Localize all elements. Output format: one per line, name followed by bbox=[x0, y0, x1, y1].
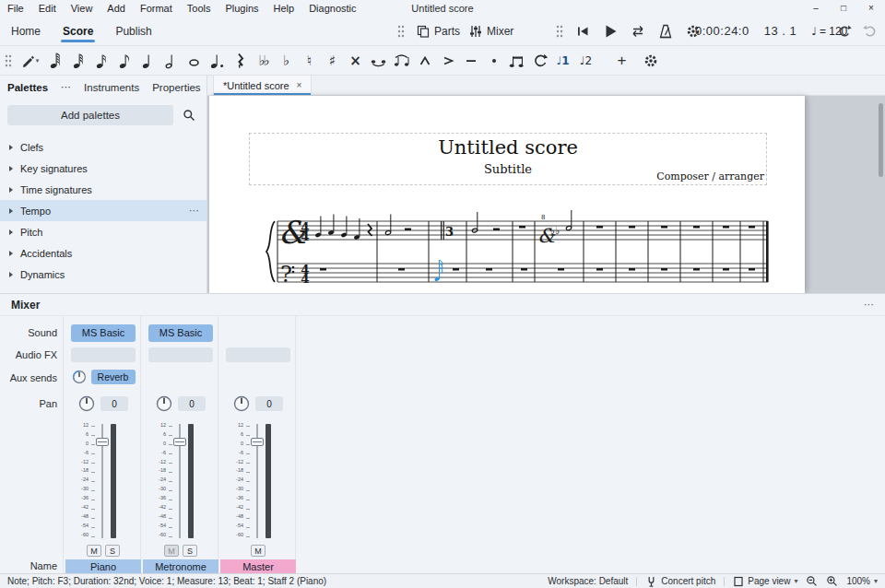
fader-handle[interactable] bbox=[173, 438, 186, 446]
note-16th-button[interactable] bbox=[90, 49, 113, 73]
menu-item[interactable]: File bbox=[0, 0, 31, 17]
note-32nd-button[interactable] bbox=[67, 49, 90, 73]
reverb-button[interactable]: Reverb bbox=[91, 370, 136, 384]
menu-item[interactable]: Format bbox=[133, 0, 180, 17]
selected-note[interactable] bbox=[434, 260, 442, 282]
tab-score[interactable]: Score bbox=[52, 17, 104, 45]
menu-item[interactable]: Plugins bbox=[218, 0, 266, 17]
time-signature[interactable]: 44 44 bbox=[301, 219, 309, 286]
vertical-scrollbar[interactable] bbox=[879, 103, 883, 177]
score-title[interactable]: Untitled score bbox=[250, 136, 766, 159]
sound-select-metronome[interactable]: MS Basic bbox=[148, 324, 213, 342]
tab-home[interactable]: Home bbox=[0, 17, 52, 45]
search-palettes-button[interactable] bbox=[179, 105, 199, 125]
minimize-button[interactable]: – bbox=[802, 0, 830, 17]
marcato-button[interactable] bbox=[413, 49, 436, 73]
view-mode-select[interactable]: Page view ▾ bbox=[733, 576, 797, 587]
zoom-in-button[interactable] bbox=[826, 575, 838, 587]
palette-item-key-signatures[interactable]: Key signatures bbox=[0, 158, 206, 179]
augmentation-dot-button[interactable] bbox=[206, 49, 229, 73]
close-button[interactable]: × bbox=[857, 0, 885, 17]
palette-item-pitch[interactable]: Pitch bbox=[0, 221, 206, 242]
sharp-button[interactable]: ♯ bbox=[321, 49, 344, 73]
pan-value-metronome[interactable]: 0 bbox=[178, 396, 206, 411]
parts-button[interactable]: Parts bbox=[417, 25, 460, 38]
score-page[interactable]: Untitled score Subtitle Composer / arran… bbox=[209, 96, 805, 293]
add-palettes-button[interactable]: Add palettes bbox=[7, 105, 173, 125]
tab-publish[interactable]: Publish bbox=[104, 17, 162, 45]
audio-fx-slot[interactable] bbox=[148, 347, 213, 362]
key-signature-icon[interactable]: ♭♭ bbox=[550, 225, 560, 237]
palette-item-menu-button[interactable]: ⋯ bbox=[189, 205, 199, 217]
staccato-button[interactable] bbox=[482, 49, 505, 73]
note-toolbar-drag-handle-icon[interactable] bbox=[2, 49, 15, 73]
note-input-button[interactable]: ▾ bbox=[15, 49, 44, 73]
customize-toolbar-button[interactable] bbox=[639, 49, 662, 73]
bass-clef-icon[interactable]: ? bbox=[280, 262, 292, 288]
concert-pitch-toggle[interactable]: Concert pitch bbox=[645, 575, 715, 588]
menu-item[interactable]: Add bbox=[100, 0, 133, 17]
palette-item-accidentals[interactable]: Accidentals bbox=[0, 242, 206, 264]
note-64th-button[interactable] bbox=[44, 49, 67, 73]
note-whole-button[interactable] bbox=[183, 49, 206, 73]
voice-1-button[interactable]: ♩1 bbox=[551, 49, 574, 73]
note-quarter-button[interactable] bbox=[136, 49, 159, 73]
tuplet-button[interactable] bbox=[505, 49, 528, 73]
palette-item-dynamics[interactable]: Dynamics bbox=[0, 264, 206, 285]
mute-button-master[interactable]: M bbox=[251, 545, 266, 557]
solo-button-piano[interactable]: S bbox=[105, 545, 120, 557]
mute-button-metronome[interactable]: M bbox=[164, 545, 179, 557]
document-tab[interactable]: *Untitled score × bbox=[213, 76, 312, 95]
palettes-menu-button[interactable]: ⋯ bbox=[61, 81, 71, 93]
fader-handle[interactable] bbox=[96, 438, 109, 446]
channel-name-master[interactable]: Master bbox=[220, 559, 296, 573]
solo-button-metronome[interactable]: S bbox=[183, 545, 197, 557]
playback-drag-handle-icon[interactable] bbox=[553, 19, 566, 43]
palette-item-time-signatures[interactable]: Time signatures bbox=[0, 179, 206, 200]
menu-item[interactable]: Diagnostic bbox=[301, 0, 363, 17]
palette-item-clefs[interactable]: Clefs bbox=[0, 136, 206, 158]
pan-knob-piano[interactable] bbox=[78, 395, 95, 412]
pan-value-master[interactable]: 0 bbox=[255, 396, 283, 411]
fader-handle[interactable] bbox=[251, 438, 264, 446]
zoom-out-button[interactable] bbox=[806, 575, 818, 587]
double-flat-button[interactable]: ♭♭ bbox=[252, 49, 275, 73]
tab-palettes[interactable]: Palettes bbox=[7, 82, 48, 93]
pan-knob-metronome[interactable] bbox=[156, 395, 172, 412]
channel-name-piano[interactable]: Piano bbox=[65, 559, 141, 573]
note-8th-button[interactable] bbox=[113, 49, 136, 73]
tab-instruments[interactable]: Instruments bbox=[84, 82, 139, 93]
add-button[interactable]: + bbox=[610, 49, 633, 73]
workspace-button[interactable]: Workspace: Default bbox=[548, 576, 628, 586]
audio-fx-slot[interactable] bbox=[226, 347, 290, 362]
tab-close-icon[interactable]: × bbox=[297, 80, 302, 90]
palette-item-tempo[interactable]: Tempo⋯ bbox=[0, 200, 206, 221]
play-button[interactable] bbox=[599, 20, 621, 42]
maximize-button[interactable]: □ bbox=[830, 0, 857, 17]
loop-playback-button[interactable] bbox=[627, 20, 649, 42]
aux-send-knob[interactable] bbox=[72, 370, 87, 384]
rewind-button[interactable] bbox=[572, 20, 594, 42]
mute-button-piano[interactable]: M bbox=[87, 545, 101, 557]
channel-name-metronome[interactable]: Metronome bbox=[143, 559, 218, 573]
slur-button[interactable] bbox=[390, 49, 413, 73]
mixer-menu-button[interactable]: ⋯ bbox=[864, 299, 874, 311]
rest-button[interactable] bbox=[229, 49, 252, 73]
title-frame[interactable]: Untitled score Subtitle Composer / arran… bbox=[249, 133, 767, 185]
menu-item[interactable]: Edit bbox=[31, 0, 64, 17]
pan-knob-master[interactable] bbox=[233, 395, 250, 412]
metronome-button[interactable] bbox=[655, 20, 677, 42]
pan-value-piano[interactable]: 0 bbox=[100, 396, 128, 411]
note-half-button[interactable] bbox=[159, 49, 183, 73]
tenuto-button[interactable] bbox=[459, 49, 482, 73]
toolbar-drag-handle-icon[interactable] bbox=[395, 19, 407, 43]
zoom-level-select[interactable]: 100% ▾ bbox=[846, 576, 878, 586]
flat-button[interactable]: ♭ bbox=[275, 49, 298, 73]
undo-button[interactable] bbox=[833, 20, 856, 42]
audio-fx-slot[interactable] bbox=[71, 347, 136, 362]
score-canvas[interactable]: *Untitled score × Untitled score Subtitl… bbox=[207, 76, 885, 293]
flip-direction-button[interactable] bbox=[528, 49, 551, 73]
voice-2-button[interactable]: ♩2 bbox=[574, 49, 597, 73]
score-system[interactable]: & ? 44 44 3 &8 ♭♭ bbox=[265, 208, 770, 293]
menu-item[interactable]: View bbox=[64, 0, 100, 17]
